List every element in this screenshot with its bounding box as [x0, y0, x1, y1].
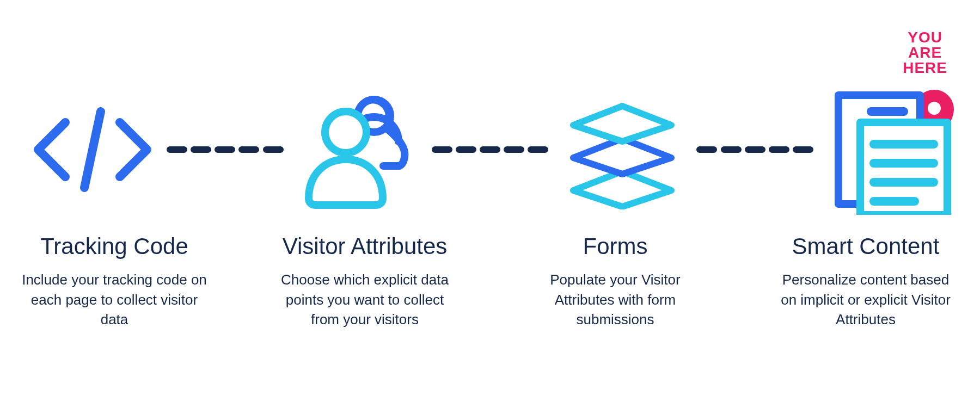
step-caption: Tracking Code Include your tracking code…: [22, 234, 207, 329]
svg-point-3: [325, 112, 366, 153]
step-title: Smart Content: [773, 234, 958, 259]
you-are-here-line: YOU: [903, 30, 947, 45]
connector-dashes: [163, 144, 287, 155]
code-icon: [22, 84, 163, 215]
step-caption: Forms Populate your Visitor Attributes w…: [523, 234, 708, 329]
step-title: Forms: [523, 234, 708, 259]
captions-row: Tracking Code Include your tracking code…: [22, 234, 958, 329]
you-are-here-line: ARE: [903, 45, 947, 60]
step-title: Tracking Code: [22, 234, 207, 259]
step-caption: Visitor Attributes Choose which explicit…: [272, 234, 457, 329]
step-title: Visitor Attributes: [272, 234, 457, 259]
step-desc: Personalize content based on implicit or…: [773, 270, 958, 329]
step-desc: Include your tracking code on each page …: [22, 270, 207, 329]
people-icon: [287, 84, 428, 215]
documents-icon: [817, 84, 958, 215]
step-desc: Populate your Visitor Attributes with fo…: [523, 270, 708, 329]
layers-icon: [552, 84, 693, 215]
process-row: [22, 71, 958, 228]
svg-marker-6: [573, 106, 671, 141]
step-caption: Smart Content Personalize content based …: [773, 234, 958, 329]
svg-line-1: [84, 112, 101, 188]
connector-dashes: [428, 144, 552, 155]
connector-dashes: [693, 144, 817, 155]
you-are-here-badge: YOU ARE HERE: [903, 30, 947, 76]
step-desc: Choose which explicit data points you wa…: [272, 270, 457, 329]
